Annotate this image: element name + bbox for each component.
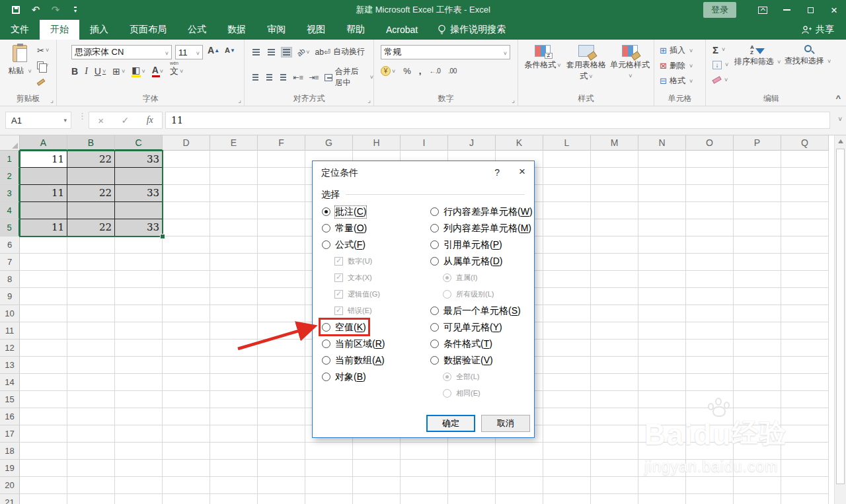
cell-O19[interactable] (686, 460, 734, 477)
cell-Q2[interactable] (781, 168, 829, 185)
cell-O18[interactable] (686, 443, 734, 460)
cell-B5[interactable]: 22 (67, 219, 115, 236)
radio-icon[interactable] (430, 356, 439, 365)
dialog-option-从属单元格(D)[interactable]: 从属单元格(D) (430, 253, 533, 270)
cell-C3[interactable]: 33 (115, 185, 163, 202)
cell-Q3[interactable] (781, 185, 829, 202)
cell-E4[interactable] (210, 202, 258, 219)
cell-M4[interactable] (591, 202, 638, 219)
cell-M13[interactable] (591, 357, 638, 374)
tab-页面布局[interactable]: 页面布局 (119, 20, 177, 40)
cell-M2[interactable] (591, 168, 638, 185)
middle-align-button[interactable] (266, 48, 276, 57)
align-center-button[interactable] (265, 73, 274, 82)
cell-O5[interactable] (686, 219, 734, 236)
row-header-8[interactable]: 8 (0, 271, 20, 288)
cell-K19[interactable] (496, 460, 543, 477)
font-dialog-launcher-icon[interactable] (238, 98, 241, 103)
merge-center-button[interactable]: 合并后居中 (325, 66, 373, 89)
cell-O2[interactable] (686, 168, 734, 185)
cell-D7[interactable] (163, 254, 210, 271)
cell-H19[interactable] (353, 460, 401, 477)
cancel-entry-icon[interactable]: × (98, 115, 104, 126)
cell-C18[interactable] (115, 443, 163, 460)
cell-N2[interactable] (638, 168, 686, 185)
cell-N11[interactable] (638, 322, 686, 340)
row-header-13[interactable]: 13 (0, 357, 20, 374)
cell-L17[interactable] (543, 425, 591, 443)
cell-I21[interactable] (401, 494, 448, 504)
cell-N19[interactable] (638, 460, 686, 477)
radio-icon[interactable] (322, 373, 330, 381)
cell-C21[interactable] (115, 494, 163, 504)
cell-A9[interactable] (20, 288, 67, 305)
cell-P13[interactable] (734, 357, 781, 374)
cell-O17[interactable] (686, 425, 734, 443)
cell-Q7[interactable] (781, 254, 829, 271)
column-header-A[interactable]: A (20, 135, 67, 151)
row-header-20[interactable]: 20 (0, 477, 20, 494)
cell-Q6[interactable] (781, 236, 829, 254)
cell-F1[interactable] (258, 151, 305, 168)
cell-B10[interactable] (67, 305, 115, 322)
cell-P1[interactable] (734, 151, 781, 168)
cell-D19[interactable] (163, 460, 210, 477)
cell-C16[interactable] (115, 408, 163, 425)
collapse-ribbon-icon[interactable]: ^ (835, 93, 841, 103)
cell-F17[interactable] (258, 425, 305, 443)
column-header-H[interactable]: H (353, 135, 401, 151)
row-header-16[interactable]: 16 (0, 408, 20, 425)
cell-G18[interactable] (305, 443, 353, 460)
insert-function-icon[interactable]: fx (147, 115, 153, 126)
row-header-14[interactable]: 14 (0, 374, 20, 391)
cell-F15[interactable] (258, 391, 305, 408)
cell-E10[interactable] (210, 305, 258, 322)
cell-D2[interactable] (163, 168, 210, 185)
insert-cells-button[interactable]: ⊞插入 (660, 45, 693, 56)
decrease-font-size-button[interactable]: A▼ (225, 46, 235, 54)
top-align-button[interactable] (251, 48, 261, 57)
cell-F21[interactable] (258, 494, 305, 504)
cell-A17[interactable] (20, 425, 67, 443)
cell-B1[interactable]: 22 (67, 151, 115, 168)
cell-L9[interactable] (543, 288, 591, 305)
cell-D17[interactable] (163, 425, 210, 443)
phonetic-guide-button[interactable]: wén文 (170, 65, 183, 77)
cell-P4[interactable] (734, 202, 781, 219)
dialog-option-列内容差异单元格(M)[interactable]: 列内容差异单元格(M) (430, 220, 533, 236)
cell-N12[interactable] (638, 340, 686, 357)
format-as-table-button[interactable]: 套用表格格式 (566, 45, 607, 82)
cell-B20[interactable] (67, 477, 115, 494)
cell-M10[interactable] (591, 305, 638, 322)
cell-A4[interactable] (20, 202, 67, 219)
cell-O7[interactable] (686, 254, 734, 271)
cell-P16[interactable] (734, 408, 781, 425)
cell-A12[interactable] (20, 340, 67, 357)
cell-N17[interactable] (638, 425, 686, 443)
cell-L6[interactable] (543, 236, 591, 254)
cell-B19[interactable] (67, 460, 115, 477)
cell-L7[interactable] (543, 254, 591, 271)
conditional-formatting-button[interactable]: 条件格式 (522, 45, 563, 71)
cell-N13[interactable] (638, 357, 686, 374)
cell-G19[interactable] (305, 460, 353, 477)
cell-A15[interactable] (20, 391, 67, 408)
cell-D8[interactable] (163, 271, 210, 288)
tab-数据[interactable]: 数据 (217, 20, 256, 40)
cell-M17[interactable] (591, 425, 638, 443)
cell-D10[interactable] (163, 305, 210, 322)
cell-B21[interactable] (67, 494, 115, 504)
cell-A2[interactable] (20, 168, 67, 185)
cell-H21[interactable] (353, 494, 401, 504)
cell-D6[interactable] (163, 236, 210, 254)
dialog-option-空值(K)[interactable]: 空值(K) (322, 319, 428, 336)
row-header-2[interactable]: 2 (0, 168, 20, 185)
cell-A20[interactable] (20, 477, 67, 494)
cell-Q14[interactable] (781, 374, 829, 391)
row-header-18[interactable]: 18 (0, 443, 20, 460)
scroll-up-icon[interactable] (835, 135, 846, 147)
cell-C15[interactable] (115, 391, 163, 408)
fill-button[interactable]: ↓ (712, 59, 728, 71)
radio-icon[interactable] (430, 224, 439, 233)
cell-N20[interactable] (638, 477, 686, 494)
